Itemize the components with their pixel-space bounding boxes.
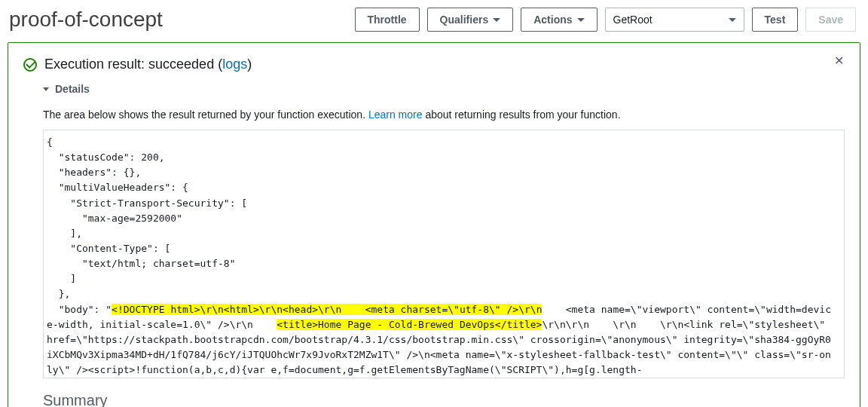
chevron-down-icon: [729, 18, 736, 22]
close-icon[interactable]: [834, 54, 848, 67]
success-icon: [23, 58, 37, 72]
learn-more-link[interactable]: Learn more: [368, 109, 423, 121]
details-toggle[interactable]: Details: [43, 83, 845, 95]
chevron-down-icon: [577, 18, 585, 22]
qualifiers-button[interactable]: Qualifiers: [427, 8, 514, 32]
result-output[interactable]: { "statusCode": 200, "headers": {}, "mul…: [43, 130, 845, 378]
summary-heading: Summary: [43, 392, 845, 407]
result-description: The area below shows the result returned…: [43, 109, 845, 121]
chevron-down-icon: [43, 87, 49, 91]
logs-link[interactable]: logs: [222, 57, 247, 72]
execution-result-text: Execution result: succeeded (logs): [44, 57, 252, 72]
save-button: Save: [805, 8, 856, 32]
test-event-select[interactable]: GetRoot: [605, 8, 744, 32]
throttle-button[interactable]: Throttle: [355, 8, 420, 32]
action-bar: Throttle Qualifiers Actions GetRoot Test…: [355, 8, 857, 32]
execution-result-panel: Execution result: succeeded (logs) Detai…: [8, 42, 860, 407]
highlight: <!DOCTYPE html>\r\n<html>\r\n<head>\r\n …: [112, 304, 542, 315]
select-value: GetRoot: [613, 14, 653, 26]
actions-button[interactable]: Actions: [521, 8, 597, 32]
test-button[interactable]: Test: [752, 8, 799, 32]
highlight: <title>Home Page - Cold-Brewed DevOps</t…: [277, 319, 542, 330]
page-title: proof-of-concept: [9, 8, 163, 32]
chevron-down-icon: [493, 18, 500, 22]
